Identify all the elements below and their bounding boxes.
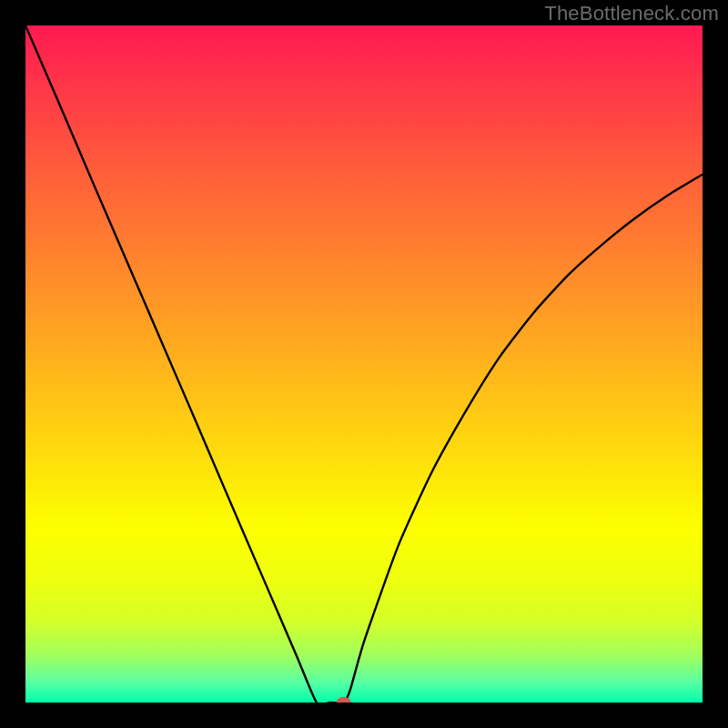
svg-rect-0 (25, 25, 703, 703)
chart-container: TheBottleneck.com (0, 0, 728, 728)
plot-area (25, 25, 703, 703)
watermark-text: TheBottleneck.com (544, 2, 719, 25)
chart-svg (25, 25, 703, 703)
